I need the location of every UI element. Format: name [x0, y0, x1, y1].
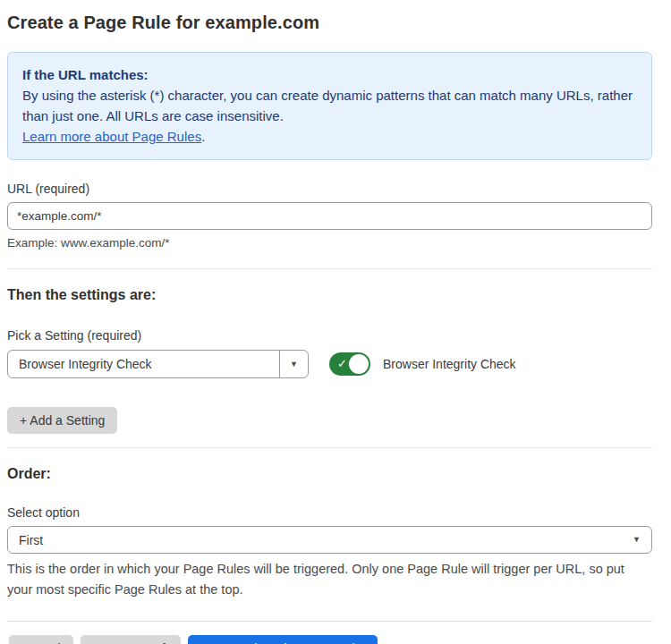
browser-integrity-toggle[interactable]: ✓	[329, 352, 370, 376]
order-section-heading: Order:	[7, 466, 652, 482]
chevron-down-icon: ▼	[290, 360, 298, 369]
divider	[7, 268, 652, 269]
settings-section-heading: Then the settings are:	[7, 287, 652, 303]
url-match-info-box: If the URL matches: By using the asteris…	[7, 52, 652, 160]
url-input[interactable]	[7, 202, 652, 230]
page-title: Create a Page Rule for example.com	[7, 13, 652, 33]
toggle-knob	[349, 354, 369, 374]
divider	[7, 621, 652, 622]
learn-more-link[interactable]: Learn more about Page Rules	[22, 129, 201, 144]
form-actions: Cancel Save as Draft Save and Deploy Pag…	[7, 635, 652, 644]
link-suffix: .	[201, 129, 205, 144]
setting-dropdown[interactable]: Browser Integrity Check ▼	[7, 350, 309, 378]
url-field-label: URL (required)	[7, 182, 652, 196]
order-help-text: This is the order in which your Page Rul…	[7, 559, 652, 600]
chevron-down-icon: ▼	[633, 536, 641, 544]
info-box-heading: If the URL matches:	[22, 64, 637, 85]
check-icon: ✓	[337, 358, 347, 369]
pick-setting-label: Pick a Setting (required)	[7, 328, 652, 343]
page-rule-form: Create a Page Rule for example.com If th…	[0, 0, 671, 644]
setting-dropdown-value: Browser Integrity Check	[8, 351, 279, 377]
divider	[7, 447, 652, 448]
order-select[interactable]: First ▼	[7, 526, 652, 554]
order-select-label: Select option	[7, 505, 652, 520]
info-box-body: By using the asterisk (*) character, you…	[22, 85, 637, 126]
cancel-button[interactable]: Cancel	[9, 635, 73, 644]
setting-row: Browser Integrity Check ▼ ✓ Browser Inte…	[7, 350, 652, 378]
setting-dropdown-arrow-button[interactable]: ▼	[279, 351, 308, 377]
info-box-link-line: Learn more about Page Rules.	[22, 126, 637, 147]
setting-toggle-group: ✓ Browser Integrity Check	[329, 352, 516, 376]
save-deploy-button[interactable]: Save and Deploy Page Rule	[188, 635, 378, 644]
add-setting-button[interactable]: + Add a Setting	[7, 407, 117, 434]
order-select-value: First	[19, 533, 633, 547]
url-example-hint: Example: www.example.com/*	[7, 236, 652, 250]
setting-toggle-label: Browser Integrity Check	[383, 357, 516, 371]
save-draft-button[interactable]: Save as Draft	[81, 635, 182, 644]
